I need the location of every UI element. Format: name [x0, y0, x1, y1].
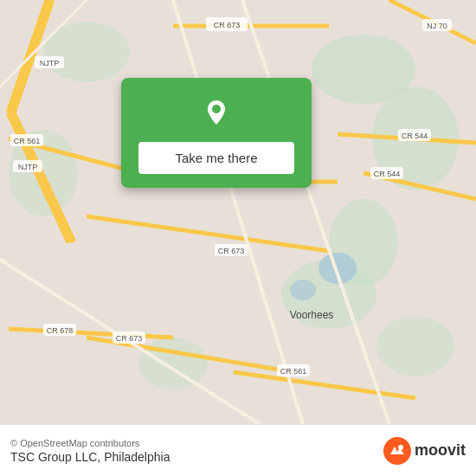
- svg-point-57: [398, 445, 403, 450]
- location-popup: Take me there: [121, 78, 312, 188]
- moovit-logo-icon: [383, 437, 411, 465]
- svg-text:CR 561: CR 561: [280, 367, 307, 376]
- footer-info: © OpenStreetMap contributors TSC Group L…: [10, 438, 170, 464]
- svg-text:CR 678: CR 678: [47, 326, 74, 335]
- location-pin-icon: [197, 93, 235, 132]
- svg-point-8: [376, 316, 454, 376]
- svg-text:CR 673: CR 673: [214, 21, 241, 29]
- svg-text:NJ 70: NJ 70: [427, 22, 447, 30]
- svg-text:CR 544: CR 544: [402, 132, 428, 140]
- svg-text:NJTP: NJTP: [18, 163, 38, 171]
- svg-point-7: [138, 338, 208, 389]
- moovit-brand-text: moovit: [415, 441, 466, 460]
- svg-point-56: [383, 437, 411, 465]
- osm-attribution: © OpenStreetMap contributors: [10, 438, 170, 448]
- svg-text:Voorhees: Voorhees: [290, 309, 334, 321]
- map-container[interactable]: CR 673 NJTP NJ 70 NJTP CR 561 CR 561 CR …: [0, 0, 476, 424]
- svg-point-55: [212, 105, 221, 113]
- take-me-there-button[interactable]: Take me there: [138, 142, 294, 174]
- location-title: TSC Group LLC, Philadelphia: [10, 450, 170, 464]
- svg-text:CR 561: CR 561: [14, 137, 41, 145]
- svg-text:CR 544: CR 544: [374, 170, 401, 178]
- moovit-logo: moovit: [383, 437, 466, 465]
- svg-text:CR 673: CR 673: [218, 247, 245, 255]
- svg-text:CR 673: CR 673: [116, 334, 143, 343]
- footer: © OpenStreetMap contributors TSC Group L…: [0, 424, 476, 476]
- svg-text:NJTP: NJTP: [40, 59, 60, 68]
- svg-point-10: [290, 280, 316, 300]
